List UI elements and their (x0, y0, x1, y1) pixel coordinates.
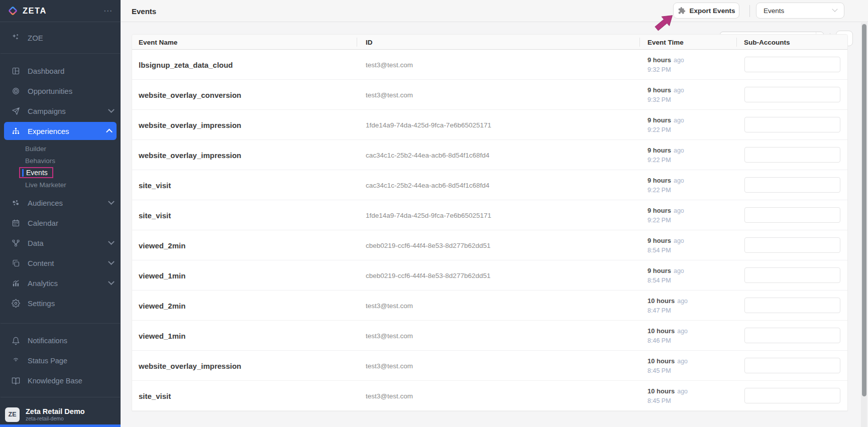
sub-accounts-field[interactable] (744, 57, 840, 72)
event-time-cell: 9 hoursago 9:32 PM (647, 55, 684, 74)
book-icon (11, 376, 20, 385)
table-row[interactable]: lbsignup_zeta_data_cloud test3@test.com … (132, 50, 847, 80)
sub-accounts-field[interactable] (744, 298, 840, 313)
sidebar-subitem-builder[interactable]: Builder (0, 143, 121, 155)
sidebar-item-notifications[interactable]: Notifications (0, 331, 121, 351)
sub-accounts-field[interactable] (744, 237, 840, 253)
audiences-icon (11, 198, 20, 207)
account-switcher[interactable]: ZE Zeta Retail Demo zeta-retail-demo (0, 403, 121, 425)
data-icon (11, 238, 20, 247)
sidebar-item-status-page[interactable]: Status Page (0, 351, 121, 371)
paper-plane-icon (11, 106, 20, 115)
sidebar-nav: Dashboard Opportunities Campaigns Experi… (0, 54, 121, 313)
entity-type-value: Events (764, 7, 833, 15)
table-row[interactable]: website_overlay_impression test3@test.co… (132, 351, 847, 381)
sidebar-item-campaigns[interactable]: Campaigns (0, 101, 121, 121)
sidebar-item-dashboard[interactable]: Dashboard (0, 61, 121, 81)
account-slug: zeta-retail-demo (26, 415, 85, 421)
event-time-cell: 10 hoursago 8:45 PM (647, 386, 688, 405)
sub-accounts-field[interactable] (744, 177, 840, 193)
sidebar: ZETA ⋯ ZOE Dashboard Opportunities Campa… (0, 0, 121, 427)
sub-accounts-field[interactable] (744, 87, 840, 102)
account-name: Zeta Retail Demo (26, 407, 85, 415)
event-time-cell: 9 hoursago 8:54 PM (647, 236, 684, 255)
column-header-sub-accounts: Sub-Accounts (744, 35, 790, 50)
table-row[interactable]: viewed_1min test3@test.com 10 hoursago 8… (132, 321, 847, 351)
table-row[interactable]: viewed_2min test3@test.com 10 hoursago 8… (132, 291, 847, 321)
calendar-icon (11, 218, 20, 227)
sidebar-item-settings[interactable]: Settings (0, 293, 121, 313)
events-table: Event Name ID Event Time Sub-Accounts lb… (132, 34, 848, 411)
sidebar-item-audiences[interactable]: Audiences (0, 193, 121, 213)
sub-accounts-field[interactable] (744, 388, 840, 403)
sub-accounts-field[interactable] (744, 328, 840, 343)
sidebar-more-icon[interactable]: ⋯ (103, 9, 113, 14)
sidebar-item-data[interactable]: Data (0, 233, 121, 253)
zoe-label: ZOE (28, 34, 43, 42)
sidebar-item-opportunities[interactable]: Opportunities (0, 81, 121, 101)
table-row[interactable]: site_visit cac34c1c-25b2-44ea-acb6-8d54f… (132, 170, 847, 200)
bell-icon (11, 336, 20, 345)
gear-icon (11, 299, 20, 308)
event-name-cell: lbsignup_zeta_data_cloud (139, 50, 233, 80)
sitemap-icon (11, 126, 20, 135)
sub-accounts-field[interactable] (744, 207, 840, 223)
column-header-event-time: Event Time (647, 35, 684, 50)
export-events-button[interactable]: Export Events (673, 3, 739, 19)
event-time-cell: 10 hoursago 8:45 PM (647, 356, 688, 375)
event-name-cell: website_overlay_impression (139, 140, 241, 170)
main-area: Events Export Events Events (121, 0, 868, 427)
sidebar-item-analytics[interactable]: Analytics (0, 273, 121, 293)
column-divider (736, 38, 737, 47)
sidebar-item-content[interactable]: Content (0, 253, 121, 273)
chevron-down-icon (108, 258, 115, 265)
table-row[interactable]: viewed_2min cbeb0219-ccf6-44f4-8e53-8d27… (132, 230, 847, 260)
table-row[interactable]: website_overlay_conversion test3@test.co… (132, 80, 847, 110)
sidebar-item-zoe[interactable]: ZOE (0, 22, 121, 53)
column-divider (357, 38, 357, 47)
vertical-scrollbar (861, 23, 867, 427)
sidebar-item-calendar[interactable]: Calendar (0, 213, 121, 233)
puzzle-icon (678, 7, 686, 15)
table-row[interactable]: website_overlay_impression 1fde14a9-74da… (132, 110, 847, 140)
scrollbar-thumb[interactable] (862, 24, 866, 396)
chevron-down-icon (832, 7, 837, 12)
event-id-cell: 1fde14a9-74da-425d-9fca-7e6b65025171 (366, 110, 491, 140)
app-window: ZETA ⋯ ZOE Dashboard Opportunities Campa… (0, 0, 868, 427)
event-time-cell: 9 hoursago 9:22 PM (647, 206, 684, 225)
sidebar-subitem-events[interactable]: Events (0, 167, 121, 179)
event-name-cell: site_visit (139, 170, 171, 200)
sidebar-subitem-behaviors[interactable]: Behaviors (0, 155, 121, 167)
event-time-cell: 9 hoursago 9:22 PM (647, 115, 684, 134)
sub-accounts-field[interactable] (744, 267, 840, 283)
entity-type-dropdown[interactable]: Events (756, 3, 844, 19)
table-row[interactable]: site_visit test3@test.com 10 hoursago 8:… (132, 381, 847, 411)
sidebar-bottom-accent (0, 424, 121, 427)
chevron-down-icon (108, 238, 115, 245)
table-body: lbsignup_zeta_data_cloud test3@test.com … (132, 50, 847, 411)
table-row[interactable]: viewed_1min cbeb0219-ccf6-44f4-8e53-8d27… (132, 260, 847, 291)
event-id-cell: test3@test.com (366, 381, 413, 411)
active-indicator-bar (22, 169, 24, 177)
event-id-cell: test3@test.com (366, 80, 413, 110)
sidebar-secondary-nav: Notifications Status Page Knowledge Base (0, 324, 121, 391)
sub-accounts-field[interactable] (744, 147, 840, 163)
chevron-down-icon (108, 198, 115, 205)
sidebar-subitem-live-marketer[interactable]: Live Marketer (0, 179, 121, 191)
chevron-down-icon (108, 278, 115, 285)
table-row[interactable]: site_visit 1fde14a9-74da-425d-9fca-7e6b6… (132, 200, 847, 230)
event-name-cell: viewed_2min (139, 291, 185, 321)
account-avatar: ZE (5, 407, 20, 422)
sidebar-item-knowledge-base[interactable]: Knowledge Base (0, 371, 121, 391)
dashboard-icon (11, 66, 20, 75)
event-time-cell: 9 hoursago 9:32 PM (647, 85, 684, 104)
signal-icon (11, 356, 20, 365)
table-row[interactable]: website_overlay_impression cac34c1c-25b2… (132, 140, 847, 170)
event-time-cell: 9 hoursago 9:22 PM (647, 146, 684, 165)
sub-accounts-field[interactable] (744, 117, 840, 132)
event-name-cell: website_overlay_impression (139, 110, 241, 140)
sidebar-item-experiences[interactable]: Experiences (4, 122, 117, 140)
sub-accounts-field[interactable] (744, 358, 840, 373)
event-name-cell: site_visit (139, 381, 171, 411)
event-time-cell: 10 hoursago 8:47 PM (647, 296, 688, 315)
